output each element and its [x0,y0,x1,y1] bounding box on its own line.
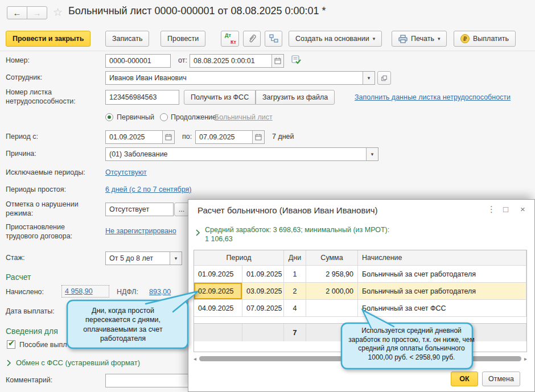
employee-combo[interactable]: Иванов Иван Иванович ▾ [105,71,375,85]
table-cell[interactable]: 01.09.2025 [242,266,284,283]
period-to-value: 07.09.2025 [199,133,250,141]
callout-line: работодателя [69,334,176,343]
table-cell[interactable]: 03.09.2025 [242,283,284,300]
save-button[interactable]: Записать [105,31,149,47]
callout-right-text: Используется средний дневной заработок п… [343,327,480,362]
pay-label: Выплатить [473,35,509,43]
table-cell[interactable]: 2 [284,283,306,300]
related-documents-button[interactable] [265,31,282,47]
dialog-menu-icon[interactable]: ⋮ [487,204,496,214]
callout-line: средний для оплаты больничного [343,344,480,353]
check-icon: ✔ [8,339,15,348]
fill-sick-list-data-link[interactable]: Заполнить данные листка нетрудоспособнос… [355,93,511,101]
callout-line: 1000,00 руб. < 2958,90 руб. [343,353,480,362]
avg-earnings-text[interactable]: Средний заработок: 3 698,63; минимальный… [205,225,389,244]
table-cell[interactable]: 4 [284,300,306,317]
cancel-button[interactable]: Отмена [482,372,520,386]
number-field[interactable]: 0000-000001 [105,54,171,68]
get-from-fss-button[interactable]: Получить из ФСС [184,90,256,105]
col-header-days[interactable]: Дни [284,250,306,266]
excluded-periods-link[interactable]: Отсутствуют [105,168,147,176]
benefit-checkbox[interactable]: ✔ [7,340,15,349]
print-label: Печать [411,35,434,43]
avg-earnings-expander-icon[interactable] [196,229,200,236]
table-cell[interactable]: 2 958,90 [306,266,358,283]
table-cell[interactable]: 01.09.2025 [194,266,242,283]
period-label: Период с: [6,133,38,142]
fss-exchange-group[interactable]: Обмен с ФСС (устаревший формат) [16,358,140,367]
reason-dropdown-button[interactable]: ▾ [366,148,378,160]
back-button[interactable]: ← [7,6,27,19]
reason-combo[interactable]: (01) Заболевание ▾ [105,147,378,161]
table-cell[interactable]: Больничный за счет работодателя [358,266,526,283]
primary-radio-label: Первичный [117,113,154,122]
chevron-down-icon: ▾ [373,36,376,42]
accrued-label: Начислено: [6,288,44,297]
continuation-radio[interactable] [160,113,168,121]
avg-earnings-line1: Средний заработок: 3 698,63; минимальный… [205,225,389,234]
print-button[interactable]: Печать ▾ [392,31,447,47]
period-to-label: по: [182,133,192,142]
employee-dropdown-button[interactable]: ▾ [363,72,374,84]
violation-more-button[interactable]: ... [174,203,189,216]
col-header-amount[interactable]: Сумма [306,250,358,266]
pay-date-label: Дата выплаты: [6,307,55,316]
app-window: ← → ☆ Больничный лист 0000-000001 от 08.… [0,0,535,392]
calendar-button[interactable] [271,55,283,67]
post-and-close-button[interactable]: Провести и закрыть [6,31,90,47]
period-days-text: 7 дней [272,133,294,142]
forward-button[interactable]: → [27,6,47,19]
suspension-link[interactable]: Не зарегистрировано [105,227,176,235]
calendar-button[interactable] [162,131,174,143]
primary-radio[interactable] [105,113,113,121]
comment-field[interactable] [105,374,191,387]
totals-days-cell[interactable]: 7 [284,324,306,341]
experience-dropdown-button[interactable]: ▾ [170,252,182,265]
dialog-maximize-icon[interactable]: □ [503,204,508,214]
table-cell[interactable]: 2 000,00 [306,283,358,300]
scroll-right-icon[interactable]: ▸ [524,356,527,362]
sick-list-number-field[interactable]: 123456984563 [105,90,179,105]
employee-label: Сотрудник: [6,73,42,82]
pay-button[interactable]: ₽ Выплатить [454,31,516,47]
document-check-icon[interactable] [291,55,301,65]
calendar-button[interactable] [252,131,264,143]
downtime-periods-link[interactable]: 6 дней (с 2 по 7 сентября) [105,185,191,193]
violation-field[interactable]: Отсутствует [105,203,174,216]
chevron-down-icon: ▾ [371,151,374,157]
continuation-document-link[interactable]: Больничный лист [215,113,273,121]
chevron-down-icon: ▾ [438,36,441,42]
dialog-close-icon[interactable]: × [520,204,525,214]
ok-button[interactable]: ОК [451,372,478,386]
fss-exchange-expander-icon[interactable] [7,360,11,366]
create-on-basis-button[interactable]: Создать на основании ▾ [289,31,382,47]
attachments-button[interactable] [243,31,261,47]
post-button[interactable]: Провести [160,31,205,47]
col-header-period[interactable]: Период [194,250,284,266]
period-from-field[interactable]: 01.09.2025 [105,130,175,144]
table-cell[interactable]: 1 [284,266,306,283]
experience-combo[interactable]: От 5 до 8 лет ▾ [105,251,182,265]
experience-label: Стаж: [6,254,24,263]
number-label: Номер: [6,56,30,65]
create-on-basis-label: Создать на основании [295,35,369,43]
document-date-field[interactable]: 08.08.2025 0:00:01 [190,54,284,68]
scroll-left-icon[interactable]: ◂ [194,356,196,362]
callout-line: заработок по простою, т.к. он ниже, чем [343,336,480,345]
callout-left-text: Дни, когда простой пересекается с днями,… [69,306,176,343]
experience-value: От 5 до 8 лет [109,254,167,262]
dtkt-button[interactable]: Дт Кт [221,31,239,47]
calc-section-heading: Расчет [6,273,31,282]
open-employee-button[interactable] [377,71,391,85]
favorite-star-icon[interactable]: ☆ [53,6,63,19]
load-from-file-button[interactable]: Загрузить из файла [256,90,335,105]
totals-cell[interactable] [242,324,284,341]
paperclip-icon [248,34,256,43]
period-to-field[interactable]: 07.09.2025 [195,130,265,144]
col-header-accrual[interactable]: Начисление [358,250,526,266]
employee-value: Иванов Иван Иванович [109,74,360,82]
table-cell[interactable]: 07.09.2025 [242,300,284,317]
toolbar-separator [0,51,535,51]
table-cell[interactable]: Больничный за счет работодателя [358,283,526,300]
dt-label: Дт [225,32,231,38]
